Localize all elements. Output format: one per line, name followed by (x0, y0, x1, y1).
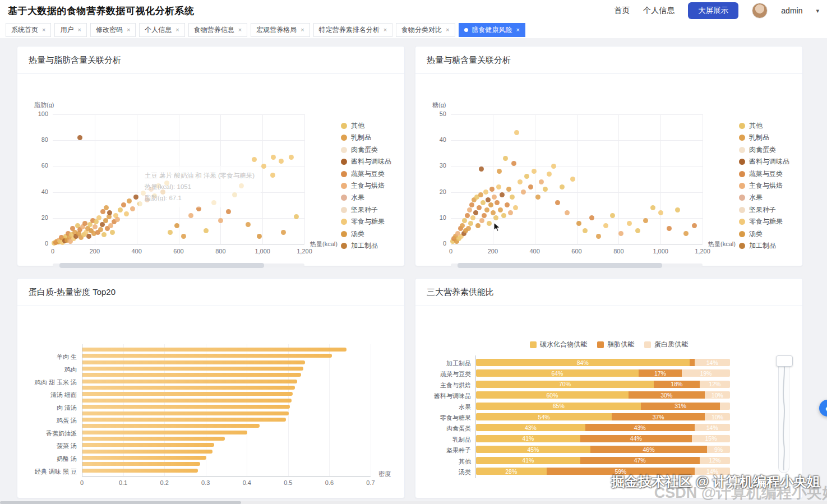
scatter-point[interactable] (104, 205, 109, 210)
legend-item[interactable]: 坚果种子 (341, 205, 378, 215)
nav-home[interactable]: 首页 (614, 6, 630, 16)
tab-close-icon[interactable]: × (384, 27, 387, 33)
scatter-point[interactable] (658, 210, 663, 215)
legend-item[interactable]: 蛋白质供能 (644, 340, 688, 349)
scatter-point[interactable] (462, 218, 467, 223)
tab-item[interactable]: 膳食健康风险× (459, 23, 525, 37)
tab-close-icon[interactable]: × (301, 27, 304, 33)
stack-segment[interactable]: 43% (476, 424, 585, 431)
legend-item[interactable]: 酱料与调味品 (341, 157, 391, 167)
stack-segment[interactable]: 60% (476, 391, 629, 399)
stack-segment[interactable] (720, 403, 730, 410)
scatter-point[interactable] (635, 228, 640, 233)
bar[interactable] (82, 392, 293, 396)
stacked-bar-chart-energy[interactable]: 碳水化合物供能脂肪供能蛋白质供能加工制品84%14%蔬菜与豆类64%17%19%… (415, 306, 802, 498)
scatter-point[interactable] (130, 206, 135, 211)
chevron-down-icon[interactable]: ▾ (816, 7, 819, 15)
scatter-point[interactable] (483, 189, 488, 195)
scatter-point[interactable] (479, 167, 484, 172)
scatter-point[interactable] (505, 202, 510, 207)
stack-segment[interactable]: 45% (476, 446, 590, 453)
scatter-point[interactable] (110, 230, 115, 235)
tab-close-icon[interactable]: × (238, 27, 242, 33)
tab-close-icon[interactable]: × (127, 27, 130, 33)
scatter-point[interactable] (261, 164, 266, 169)
tab-close-icon[interactable]: × (446, 27, 449, 33)
scatter-point[interactable] (204, 228, 209, 233)
scatter-point[interactable] (475, 223, 481, 228)
scatter-point[interactable] (469, 202, 474, 207)
legend-item[interactable]: 主食与烘焙 (739, 181, 783, 191)
stack-segment[interactable]: 10% (705, 413, 730, 420)
bar[interactable] (82, 411, 289, 415)
scatter-point[interactable] (127, 198, 132, 204)
scatter-point[interactable] (137, 201, 142, 206)
stack-segment[interactable]: 10% (705, 391, 730, 399)
stack-segment[interactable]: 18% (654, 381, 700, 388)
scatter-point[interactable] (211, 200, 216, 205)
legend-item[interactable]: 蔬菜与豆类 (739, 169, 783, 179)
scatter-chart-fat[interactable]: 脂肪(g)02040608010002004006008001,0001,200… (17, 74, 404, 266)
scatter-point[interactable] (168, 230, 173, 235)
scatter-point[interactable] (93, 224, 98, 229)
bar[interactable] (82, 456, 206, 460)
legend-item[interactable]: 加工制品 (341, 241, 378, 251)
scatter-point[interactable] (511, 161, 516, 166)
stack-segment[interactable]: 12% (700, 381, 730, 388)
legend-item[interactable]: 坚果种子 (739, 205, 776, 215)
datazoom-handle[interactable] (776, 355, 793, 367)
scatter-point[interactable] (96, 215, 101, 220)
scatter-point[interactable] (252, 157, 257, 162)
scatter-point[interactable] (124, 211, 129, 216)
stack-segment[interactable]: 14% (695, 424, 730, 431)
scatter-point[interactable] (503, 156, 508, 161)
stack-segment[interactable]: 19% (682, 369, 730, 377)
scatter-point[interactable] (643, 218, 648, 223)
scatter-point[interactable] (149, 187, 154, 192)
bar[interactable] (82, 360, 305, 364)
scatter-point[interactable] (467, 207, 472, 212)
scatter-point[interactable] (460, 223, 465, 228)
scatter-point[interactable] (481, 200, 486, 205)
scatter-point[interactable] (560, 184, 565, 189)
legend-item[interactable]: 蔬菜与豆类 (341, 169, 385, 179)
scatter-point[interactable] (152, 193, 157, 198)
scatter-point[interactable] (535, 195, 540, 200)
bar[interactable] (82, 405, 290, 409)
scatter-point[interactable] (232, 192, 237, 197)
scatter-point[interactable] (497, 169, 502, 174)
stack-segment[interactable]: 30% (629, 391, 705, 399)
scatter-point[interactable] (270, 173, 275, 178)
scatter-point[interactable] (547, 172, 552, 177)
avatar[interactable] (752, 3, 768, 19)
scatter-point[interactable] (675, 207, 680, 212)
stack-segment[interactable]: 12% (700, 457, 730, 464)
scatter-point[interactable] (98, 227, 103, 232)
scatter-point[interactable] (188, 213, 193, 218)
scatter-point[interactable] (141, 191, 146, 196)
scatter-point[interactable] (468, 221, 473, 226)
tab-item[interactable]: 系统首页× (6, 23, 51, 37)
legend-item[interactable]: 汤类 (341, 229, 364, 239)
scatter-point[interactable] (218, 218, 223, 223)
stack-segment[interactable]: 64% (476, 369, 639, 377)
scatter-point[interactable] (496, 184, 501, 189)
tab-item[interactable]: 宏观营养格局× (251, 23, 309, 37)
bar[interactable] (82, 462, 200, 466)
scatter-point[interactable] (294, 214, 299, 219)
stack-segment[interactable]: 17% (639, 369, 682, 377)
scatter-point[interactable] (107, 210, 112, 215)
scatter-point[interactable] (514, 130, 519, 135)
scatter-point[interactable] (196, 206, 201, 211)
scatter-point[interactable] (524, 174, 529, 179)
stack-segment[interactable]: 70% (476, 381, 654, 388)
stack-segment[interactable]: 84% (476, 359, 690, 366)
legend-item[interactable]: 碳水化合物供能 (530, 340, 587, 349)
scatter-point[interactable] (181, 234, 186, 239)
scatter-point[interactable] (470, 215, 475, 220)
scatter-point[interactable] (77, 135, 82, 140)
scatter-point[interactable] (281, 230, 286, 235)
scatter-point[interactable] (271, 155, 276, 160)
legend-item[interactable]: 主食与烘焙 (341, 181, 385, 191)
scatter-point[interactable] (627, 221, 632, 226)
